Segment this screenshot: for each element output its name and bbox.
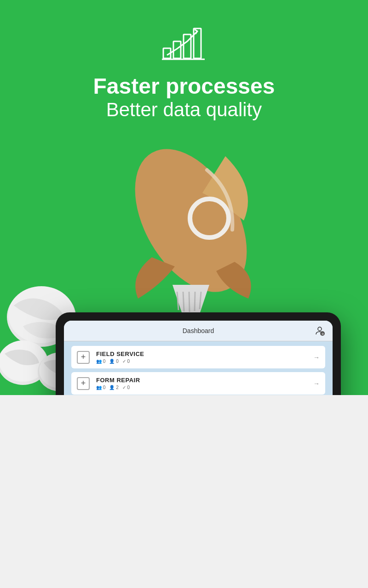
headline-main: Faster processes: [93, 74, 275, 99]
svg-text:⚙: ⚙: [322, 333, 324, 335]
arrow-icon[interactable]: →: [313, 354, 320, 361]
checks-count: ✓ 0: [122, 385, 130, 390]
tablet-frame: Dashboard ⚙ + FIELD SERVICE: [56, 312, 341, 395]
svg-line-8: [183, 292, 184, 311]
list-item-content: FORM REPAIR 👥 0 👤 2 ✓ 0: [96, 377, 307, 390]
rocket-illustration: [101, 129, 267, 322]
item-meta: 👥 0 👤 2 ✓ 0: [96, 385, 307, 390]
checks-count: ✓ 0: [122, 359, 130, 364]
tablet-header: Dashboard ⚙: [64, 321, 333, 341]
headline-sub: Better data quality: [106, 99, 262, 121]
svg-point-18: [318, 327, 322, 331]
arrow-icon[interactable]: →: [313, 380, 320, 387]
white-bottom-section: [0, 395, 368, 588]
users-count: 👤 2: [109, 385, 118, 390]
svg-line-9: [189, 292, 190, 312]
users-count: 👤 0: [109, 359, 118, 364]
list-item-content: FIELD SERVICE 👥 0 👤 0 ✓ 0: [96, 351, 307, 364]
svg-line-10: [195, 292, 195, 311]
groups-count: 👥 0: [96, 359, 105, 364]
chart-icon: [161, 23, 207, 64]
green-hero-section: Faster processes Better data quality: [0, 0, 368, 395]
tablet-screen: Dashboard ⚙ + FIELD SERVICE: [64, 321, 333, 395]
add-button-form-repair[interactable]: +: [77, 377, 90, 390]
add-button-field-service[interactable]: +: [77, 351, 90, 364]
item-meta: 👥 0 👤 0 ✓ 0: [96, 359, 307, 364]
item-title: FIELD SERVICE: [96, 351, 307, 357]
dashboard-list: + FIELD SERVICE 👥 0 👤 0 ✓ 0 → +: [64, 341, 333, 395]
groups-count: 👥 0: [96, 385, 105, 390]
tablet-device: Dashboard ⚙ + FIELD SERVICE: [56, 312, 341, 395]
user-icon: ⚙: [314, 325, 325, 336]
dashboard-title: Dashboard: [82, 327, 314, 334]
item-title: FORM REPAIR: [96, 377, 307, 384]
list-item: + FORM REPAIR 👥 0 👤 2 ✓ 0 →: [71, 372, 325, 395]
list-item: + FIELD SERVICE 👥 0 👤 0 ✓ 0 →: [71, 346, 325, 368]
